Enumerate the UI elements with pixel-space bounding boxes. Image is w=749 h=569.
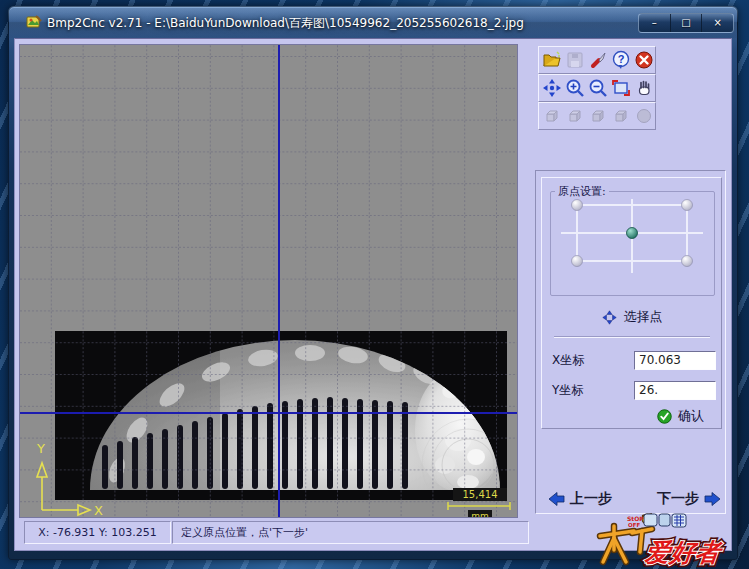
zoom-in-icon <box>565 78 585 98</box>
watermark-off-text: OFF <box>628 522 640 528</box>
origin-settings-panel: 原点设置: <box>541 177 722 429</box>
exit-button[interactable] <box>633 48 655 72</box>
y-coordinate-row: Y坐标 <box>552 380 716 400</box>
view-3d-side-button[interactable] <box>587 104 609 128</box>
cube-icon <box>588 106 608 126</box>
confirm-label: 确认 <box>678 407 704 425</box>
watermark-main-text-group: 爱好者 爱好者 <box>643 538 725 567</box>
minimize-button[interactable]: – <box>639 14 671 32</box>
y-coordinate-input[interactable] <box>634 381 716 400</box>
sphere-icon <box>634 106 654 126</box>
tool-button[interactable] <box>587 48 609 72</box>
svg-text:?: ? <box>618 53 625 65</box>
origin-point-center-selected[interactable] <box>627 228 638 239</box>
status-message: 定义原点位置，点'下一步' <box>172 521 529 544</box>
watermark-buttons <box>644 514 686 527</box>
select-point-button[interactable]: 选择点 <box>562 306 702 328</box>
zoom-out-button[interactable] <box>587 76 609 100</box>
save-floppy-icon <box>565 50 585 70</box>
arrow-left-icon <box>548 492 565 506</box>
confirm-button[interactable]: 确认 <box>657 407 704 425</box>
zoom-in-button[interactable] <box>564 76 586 100</box>
maximize-button[interactable]: □ <box>671 14 703 32</box>
cube-icon <box>565 106 585 126</box>
axis-y-label: Y <box>36 441 45 456</box>
zoom-window-icon <box>611 78 631 98</box>
close-button[interactable]: × <box>702 14 733 32</box>
fit-view-button[interactable] <box>541 76 563 100</box>
wizard-panel: 原点设置: <box>535 170 726 514</box>
open-folder-icon <box>542 50 562 70</box>
origin-group-label: 原点设置: <box>555 184 609 199</box>
y-coordinate-label: Y坐标 <box>552 382 601 399</box>
dimension-unit: mm <box>471 511 489 517</box>
x-coordinate-label: X坐标 <box>552 352 601 369</box>
save-button[interactable] <box>564 48 586 72</box>
select-point-label: 选择点 <box>624 308 663 326</box>
hand-pan-icon <box>634 78 654 98</box>
divider <box>554 336 710 338</box>
origin-group-box: 原点设置: <box>550 184 715 296</box>
origin-point-bottom-right[interactable] <box>682 256 693 267</box>
view-3d-render-button[interactable] <box>633 104 655 128</box>
confirm-check-icon <box>657 409 672 424</box>
canvas-grid <box>20 45 517 517</box>
toolbar-row-view <box>538 74 656 102</box>
drawing-canvas[interactable]: Y X 15,414 mm <box>19 44 518 518</box>
x-coordinate-row: X坐标 <box>552 350 716 370</box>
origin-point-bottom-left[interactable] <box>572 256 583 267</box>
view-3d-front-button[interactable] <box>541 104 563 128</box>
arrow-right-icon <box>704 492 721 506</box>
zoom-window-button[interactable] <box>610 76 632 100</box>
help-button[interactable]: ? <box>610 48 632 72</box>
watermark-stop-text: StOP <box>627 515 644 522</box>
view-3d-top-button[interactable] <box>610 104 632 128</box>
app-icon <box>26 14 42 30</box>
select-point-icon <box>602 310 617 325</box>
help-icon: ? <box>611 50 631 70</box>
desktop-background: Bmp2Cnc v2.71 - E:\BaiduYunDownload\百寿图\… <box>0 0 749 569</box>
cube-icon <box>542 106 562 126</box>
window-title: Bmp2Cnc v2.71 - E:\BaiduYunDownload\百寿图\… <box>47 15 524 32</box>
origin-point-selector[interactable] <box>551 199 712 291</box>
origin-point-top-right[interactable] <box>682 200 693 211</box>
exit-icon <box>634 50 654 70</box>
watermark-logo: StOP OFF 爱好者 爱好者 <box>594 506 749 568</box>
open-file-button[interactable] <box>541 48 563 72</box>
toolbar-row-3d <box>538 102 656 130</box>
pan-button[interactable] <box>633 76 655 100</box>
origin-point-top-left[interactable] <box>572 200 583 211</box>
status-coordinates: X: -76.931 Y: 103.251 <box>24 521 171 544</box>
watermark-main-text: 爱好者 <box>643 538 725 567</box>
move-arrows-icon <box>542 78 562 98</box>
axis-x-label: X <box>94 503 103 517</box>
cube-icon <box>611 106 631 126</box>
toolbar-row-file: ? <box>538 46 656 74</box>
x-coordinate-input[interactable] <box>634 351 716 370</box>
view-3d-iso-button[interactable] <box>564 104 586 128</box>
dimension-value: 15,414 <box>463 489 498 500</box>
window-controls: – □ × <box>638 13 734 33</box>
carving-knife-icon <box>588 50 608 70</box>
zoom-out-icon <box>588 78 608 98</box>
